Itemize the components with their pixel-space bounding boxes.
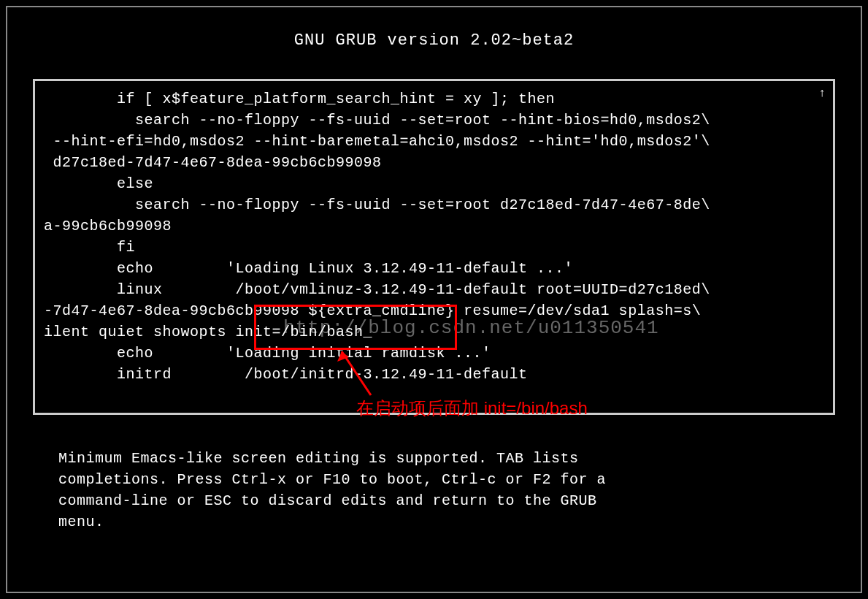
grub-code-line[interactable]: -7d47-4e67-8dea-99cb6cb99098 ${extra_cmd… xyxy=(44,300,824,321)
grub-code-line[interactable]: ilent quiet showopts init=/bin/bash_ xyxy=(44,321,824,343)
grub-code-line[interactable]: echo 'Loading Linux 3.12.49-11-default .… xyxy=(44,258,824,279)
outer-frame: GNU GRUB version 2.02~beta2 ↑ http://blo… xyxy=(6,6,862,593)
grub-code-line[interactable]: d27c18ed-7d47-4e67-8dea-99cb6cb99098 xyxy=(44,152,824,173)
grub-help-text: Minimum Emacs-like screen editing is sup… xyxy=(58,448,810,533)
annotation-text: 在启动项后面加 init=/bin/bash xyxy=(356,397,588,420)
grub-code-line[interactable]: search --no-floppy --fs-uuid --set=root … xyxy=(44,194,824,215)
grub-editor-box[interactable]: ↑ http://blog.csdn.net/u011350541 if [ x… xyxy=(33,79,835,415)
grub-code-line[interactable]: else xyxy=(44,173,824,194)
grub-title: GNU GRUB version 2.02~beta2 xyxy=(15,31,853,50)
grub-code-line[interactable]: initrd /boot/initrd-3.12.49-11-default xyxy=(44,364,824,385)
grub-code-line[interactable]: if [ x$feature_platform_search_hint = xy… xyxy=(44,88,824,110)
grub-code-line[interactable]: search --no-floppy --fs-uuid --set=root … xyxy=(44,110,824,131)
grub-code-line[interactable]: a-99cb6cb99098 xyxy=(44,215,824,237)
grub-code-line[interactable]: fi xyxy=(44,237,824,258)
grub-code-line[interactable]: echo 'Loading initial ramdisk ...' xyxy=(44,343,824,364)
grub-code-line[interactable]: --hint-efi=hd0,msdos2 --hint-baremetal=a… xyxy=(44,131,824,152)
grub-code-line[interactable]: linux /boot/vmlinuz-3.12.49-11-default r… xyxy=(44,279,824,300)
